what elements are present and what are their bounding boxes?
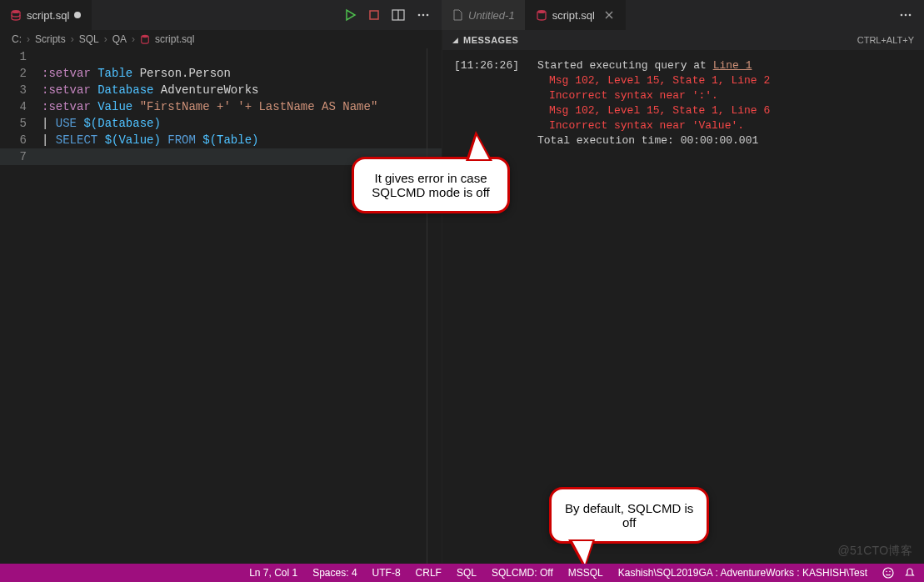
results-pane: ◢ MESSAGES CTRL+ALT+Y [11:26:26] Started… <box>442 30 924 564</box>
notifications-icon[interactable] <box>904 567 916 579</box>
svg-rect-1 <box>370 11 378 19</box>
line-link[interactable]: Line 1 <box>713 59 752 72</box>
file-icon <box>452 9 463 21</box>
breadcrumb-seg[interactable]: SQL <box>79 33 99 45</box>
tab-label: Untitled-1 <box>468 9 515 22</box>
line-number: 2 <box>0 65 42 82</box>
svg-point-9 <box>901 14 903 17</box>
more-icon[interactable] <box>899 8 912 22</box>
editor-action-bar <box>332 0 442 30</box>
unsaved-dot-icon <box>74 12 81 18</box>
callout-tail-icon <box>466 131 492 161</box>
tab-script-sql[interactable]: script.sql <box>0 0 92 30</box>
svg-point-12 <box>883 568 893 578</box>
line-number: 5 <box>0 115 42 132</box>
breadcrumb-seg[interactable]: script.sql <box>155 33 194 45</box>
stop-icon[interactable] <box>368 9 380 21</box>
svg-point-7 <box>142 35 149 38</box>
messages-body: [11:26:26] Started executing query at Li… <box>442 50 924 157</box>
breadcrumb-seg[interactable]: QA <box>112 33 127 45</box>
status-connection[interactable]: Kashish\SQL2019GA : AdventureWorks : KAS… <box>618 567 867 579</box>
tab-script-results[interactable]: script.sql <box>526 0 626 30</box>
database-icon <box>536 9 547 21</box>
error-line: Msg 102, Level 15, State 1, Line 6 <box>537 103 770 118</box>
error-line: Incorrect syntax near 'Value'. <box>537 118 770 133</box>
code-editor[interactable]: 1 2:setvar Table Person.Person 3:setvar … <box>0 48 442 564</box>
watermark: @51CTO博客 <box>838 544 912 559</box>
tab-label: script.sql <box>552 9 595 22</box>
status-eol[interactable]: CRLF <box>416 567 442 579</box>
line-number: 7 <box>0 148 42 165</box>
svg-point-4 <box>418 14 421 17</box>
error-line: Incorrect syntax near ':'. <box>537 88 770 103</box>
status-cursor-pos[interactable]: Ln 7, Col 1 <box>249 567 297 579</box>
annotation-callout: It gives error in case SQLCMD mode is of… <box>352 157 510 213</box>
minimap[interactable] <box>427 48 442 564</box>
breadcrumb-seg[interactable]: Scripts <box>35 33 66 45</box>
svg-point-10 <box>905 14 907 17</box>
message-line: Started executing query at Line 1 <box>537 58 770 73</box>
line-number: 1 <box>0 48 42 65</box>
message-line: Total execution time: 00:00:00.001 <box>537 133 770 148</box>
feedback-icon[interactable] <box>882 567 894 579</box>
annotation-callout: By default, SQLCMD is off <box>549 487 709 544</box>
svg-point-8 <box>537 10 546 13</box>
status-indent[interactable]: Spaces: 4 <box>312 567 357 579</box>
results-action-bar <box>887 0 924 30</box>
messages-title: MESSAGES <box>463 35 518 45</box>
messages-header[interactable]: ◢ MESSAGES CTRL+ALT+Y <box>442 30 924 50</box>
status-encoding[interactable]: UTF-8 <box>372 567 401 579</box>
close-icon[interactable] <box>603 9 615 21</box>
line-number: 6 <box>0 132 42 148</box>
status-language[interactable]: SQL <box>457 567 477 579</box>
svg-point-11 <box>909 14 912 17</box>
svg-point-0 <box>12 10 20 13</box>
svg-point-13 <box>886 571 887 573</box>
svg-point-14 <box>889 571 891 573</box>
more-icon[interactable] <box>417 8 430 22</box>
collapse-caret-icon[interactable]: ◢ <box>452 36 458 44</box>
svg-point-6 <box>427 14 429 17</box>
line-number: 3 <box>0 82 42 98</box>
tab-label: script.sql <box>27 9 69 22</box>
database-icon <box>10 9 22 21</box>
split-editor-icon[interactable] <box>392 8 405 22</box>
error-line: Msg 102, Level 15, State 1, Line 2 <box>537 73 770 88</box>
run-icon[interactable] <box>343 8 357 22</box>
database-icon <box>140 34 150 44</box>
editor-tabbar-right: Untitled-1 script.sql <box>442 0 924 30</box>
svg-point-5 <box>422 14 425 17</box>
editor-tabbar-left: script.sql <box>0 0 442 30</box>
breadcrumb-seg[interactable]: C: <box>12 33 22 45</box>
shortcut-hint: CTRL+ALT+Y <box>857 35 914 45</box>
tab-untitled[interactable]: Untitled-1 <box>442 0 526 30</box>
status-bar: Ln 7, Col 1 Spaces: 4 UTF-8 CRLF SQL SQL… <box>0 564 924 582</box>
line-number: 4 <box>0 98 42 115</box>
status-driver[interactable]: MSSQL <box>568 567 603 579</box>
status-sqlcmd[interactable]: SQLCMD: Off <box>492 567 553 579</box>
